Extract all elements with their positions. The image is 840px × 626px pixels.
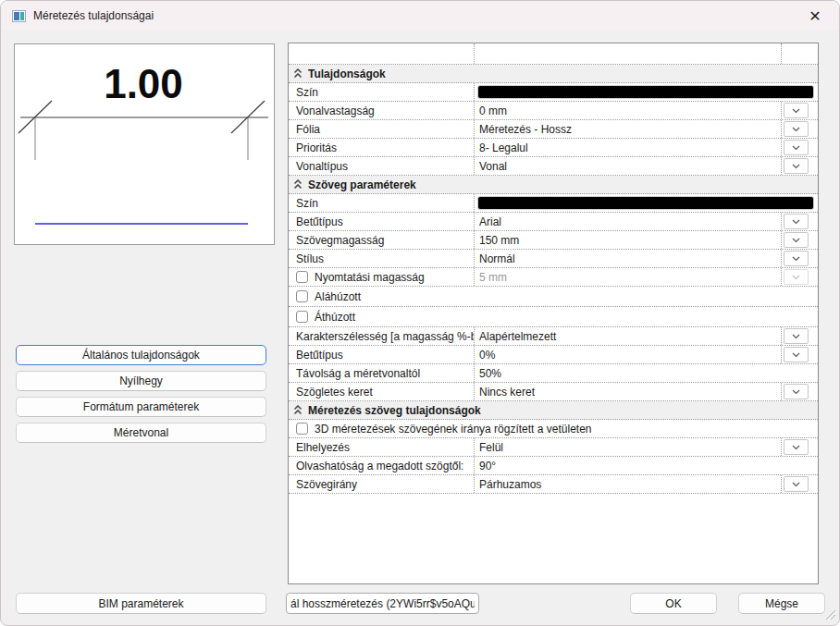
property-value[interactable]: Alapértelmezett: [474, 327, 781, 345]
property-row: Vonaltípus Vonal: [289, 157, 818, 176]
nav-format-parameters-button[interactable]: Formátum paraméterek: [16, 397, 266, 417]
bim-parameters-button[interactable]: BIM paraméterek: [16, 593, 266, 614]
collapse-icon[interactable]: [293, 179, 303, 190]
property-value[interactable]: 5 mm: [474, 268, 781, 286]
property-label: Prioritás: [296, 141, 337, 154]
property-value[interactable]: Méretezés - Hossz: [474, 120, 781, 138]
property-value[interactable]: 50%: [474, 364, 818, 382]
nav-button-group: Általános tulajdonságok Nyílhegy Formátu…: [16, 345, 266, 443]
color-swatch[interactable]: [477, 85, 814, 99]
property-value[interactable]: 0 mm: [474, 102, 781, 119]
checkbox[interactable]: [296, 271, 308, 283]
ok-button[interactable]: OK: [630, 593, 717, 614]
dropdown-button[interactable]: [784, 121, 809, 137]
property-value[interactable]: 8- Legalul: [474, 139, 781, 156]
dropdown-button[interactable]: [784, 103, 809, 118]
chevron-down-icon: [792, 445, 800, 450]
close-icon[interactable]: ✕: [805, 6, 825, 26]
checkbox[interactable]: [296, 423, 308, 435]
chevron-down-icon: [792, 164, 800, 169]
chevron-down-icon: [792, 127, 800, 132]
resize-grip-icon[interactable]: [823, 608, 836, 623]
nav-dimension-line-button[interactable]: Méretvonal: [16, 423, 266, 443]
property-label: Betűtípus: [296, 215, 343, 228]
chevron-down-icon: [792, 389, 800, 395]
property-label: Szövegirány: [296, 478, 357, 491]
dropdown-button[interactable]: [784, 347, 809, 362]
cancel-button[interactable]: Mégse: [738, 593, 825, 614]
property-value[interactable]: 150 mm: [474, 231, 781, 249]
dropdown-button[interactable]: [784, 232, 809, 248]
property-row: Prioritás 8- Legalul: [289, 139, 818, 157]
property-row: Szögletes keret Nincs keret: [289, 383, 818, 401]
dialog-window: Méretezés tulajdonságai ✕ 1.00 Általános…: [0, 0, 840, 626]
nav-general-properties-button[interactable]: Általános tulajdonságok: [16, 345, 266, 365]
property-label: Stílus: [296, 252, 324, 265]
collapse-icon[interactable]: [293, 405, 303, 415]
style-name-input[interactable]: [286, 593, 479, 614]
property-value[interactable]: Normál: [474, 250, 781, 267]
dropdown-button[interactable]: [784, 439, 809, 455]
dropdown-button[interactable]: [784, 214, 809, 229]
property-row: Olvashatóság a megadott szögtől: 90°: [289, 457, 818, 475]
dropdown-button[interactable]: [784, 476, 809, 492]
property-row: Szövegirány Párhuzamos: [289, 475, 818, 494]
property-value[interactable]: 90°: [474, 457, 818, 474]
property-label: Fólia: [296, 123, 320, 136]
checkbox[interactable]: [296, 311, 308, 323]
property-value[interactable]: Arial: [474, 213, 781, 230]
dimension-preview: 1.00: [14, 43, 275, 245]
property-label: Elhelyezés: [296, 441, 350, 454]
property-value[interactable]: [474, 43, 781, 64]
dropdown-button[interactable]: [784, 384, 809, 399]
title-bar: Méretezés tulajdonságai ✕: [1, 1, 839, 31]
dropdown-button[interactable]: [784, 251, 809, 266]
property-row: Távolság a méretvonaltól 50%: [289, 364, 818, 383]
property-row: Áthúzott: [289, 307, 818, 327]
property-row: Nyomtatási magasság 5 mm: [289, 268, 818, 287]
chevron-down-icon: [792, 482, 800, 487]
empty-row: [289, 43, 818, 65]
property-label: 3D méretezések szövegének iránya rögzíte…: [315, 423, 592, 436]
checkbox[interactable]: [296, 290, 308, 302]
dropdown-button[interactable]: [784, 328, 809, 344]
nav-arrowhead-button[interactable]: Nyílhegy: [16, 371, 266, 391]
section-title: Méretezés szöveg tulajdonságok: [308, 404, 481, 417]
property-label: Szín: [296, 197, 318, 210]
chevron-down-icon: [792, 238, 800, 243]
dropdown-button[interactable]: [784, 140, 809, 155]
property-row: Betűtípus Arial: [289, 213, 818, 231]
property-value[interactable]: Vonal: [474, 157, 781, 175]
chevron-down-icon: [792, 275, 800, 280]
window-title: Méretezés tulajdonságai: [33, 9, 154, 22]
collapse-icon[interactable]: [293, 68, 303, 79]
section-header-properties[interactable]: Tulajdonságok: [289, 65, 818, 83]
section-header-dimension-text[interactable]: Méretezés szöveg tulajdonságok: [289, 401, 818, 420]
property-row: Aláhúzott: [289, 287, 818, 307]
property-label: Karakterszélesség [a magasság %-ban]: [296, 330, 474, 343]
property-label: Nyomtatási magasság: [315, 271, 425, 284]
property-row: Karakterszélesség [a magasság %-ban] Ala…: [289, 327, 818, 346]
property-value[interactable]: Felül: [474, 438, 781, 456]
dropdown-button-disabled: [784, 269, 809, 285]
section-header-text-parameters[interactable]: Szöveg paraméterek: [289, 176, 818, 194]
property-row: Stílus Normál: [289, 250, 818, 268]
property-row: Fólia Méretezés - Hossz: [289, 120, 818, 139]
property-label: Szögletes keret: [296, 386, 373, 399]
property-value[interactable]: Párhuzamos: [474, 475, 781, 493]
chevron-down-icon: [792, 108, 800, 114]
property-label: Távolság a méretvonaltól: [296, 367, 420, 380]
property-label: Olvashatóság a megadott szögtől:: [296, 460, 463, 473]
color-swatch[interactable]: [477, 196, 814, 210]
property-label: Aláhúzott: [315, 290, 361, 303]
property-value[interactable]: 0%: [474, 346, 781, 363]
property-row: Szín: [289, 83, 818, 102]
property-label: Betűtípus: [296, 349, 343, 362]
property-row: Szövegmagasság 150 mm: [289, 231, 818, 250]
property-label: Szín: [296, 86, 318, 99]
property-value[interactable]: Nincs keret: [474, 383, 781, 400]
section-title: Tulajdonságok: [308, 68, 386, 80]
dimension-value-text: 1.00: [104, 61, 183, 106]
chevron-down-icon: [792, 145, 800, 151]
dropdown-button[interactable]: [784, 158, 809, 174]
